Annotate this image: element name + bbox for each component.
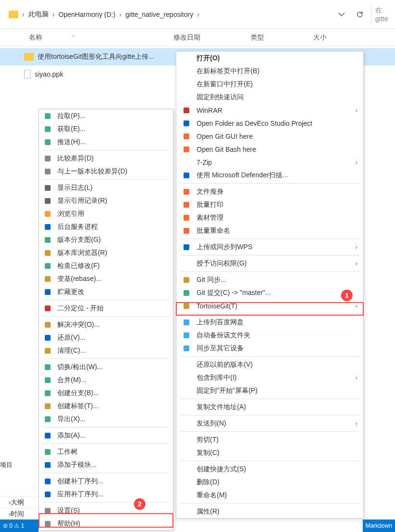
- menu-item[interactable]: 创建分支(B)...: [39, 386, 173, 399]
- menu-item[interactable]: 应用补丁序列...: [39, 488, 173, 501]
- menu-item[interactable]: 显示日志(L): [39, 181, 173, 194]
- svg-rect-4: [184, 173, 189, 178]
- menu-item[interactable]: 检查已修改(F): [39, 259, 173, 272]
- menu-item[interactable]: 版本分支图(G): [39, 233, 173, 246]
- menu-item[interactable]: 复制文件地址(A): [176, 400, 363, 413]
- menu-item[interactable]: Git 提交(C) -> "master"...: [176, 286, 363, 299]
- submodule-icon: [43, 460, 53, 470]
- chevron-right-icon: ›: [356, 107, 357, 114]
- menu-item[interactable]: 授予访问权限(G)›: [176, 257, 363, 270]
- menu-item[interactable]: 清理(C)...: [39, 344, 173, 357]
- menu-item[interactable]: 切换/检出(W)...: [39, 360, 173, 373]
- menu-item[interactable]: 批量打印: [176, 198, 363, 211]
- menu-item[interactable]: Open Git Bash here: [176, 143, 363, 156]
- chevron-right-icon: ›: [356, 244, 357, 251]
- menu-item[interactable]: 比较差异(D): [39, 152, 173, 165]
- menu-item[interactable]: 固定到快速访问: [176, 91, 363, 104]
- menu-item[interactable]: 添加子模块...: [39, 458, 173, 471]
- menu-item[interactable]: 复制(C): [176, 446, 363, 459]
- menu-item[interactable]: 文件瘦身: [176, 185, 363, 198]
- menu-item[interactable]: 与上一版本比较差异(D): [39, 165, 173, 178]
- menu-item[interactable]: 浏览引用: [39, 207, 173, 220]
- commit-icon: [181, 288, 192, 298]
- refresh-button[interactable]: [354, 8, 366, 21]
- status-bar[interactable]: ⊘ 0 ⚠ 1: [0, 519, 39, 532]
- menu-item[interactable]: Open Folder as DevEco Studio Project: [176, 117, 363, 130]
- menu-item[interactable]: 重命名(M): [176, 489, 363, 502]
- menu-item[interactable]: 属性(R): [176, 505, 363, 518]
- breadcrumb-part[interactable]: OpenHarmony (D:): [58, 11, 115, 18]
- menu-item[interactable]: 变基(rebase)...: [39, 272, 173, 285]
- timeline-tab[interactable]: › 时间: [0, 508, 39, 519]
- header-type[interactable]: 类型: [250, 33, 313, 42]
- project-panel-label[interactable]: 项目: [0, 461, 13, 469]
- menu-item[interactable]: 还原(V)...: [39, 331, 173, 344]
- menu-item[interactable]: 获取(E)...: [39, 122, 173, 135]
- header-size[interactable]: 大小: [313, 33, 352, 42]
- menu-item[interactable]: 显示引用记录(R): [39, 194, 173, 207]
- breadcrumb[interactable]: › 此电脑 › OpenHarmony (D:) › gitte_native_…: [0, 10, 330, 19]
- menu-item[interactable]: 发送到(N)›: [176, 417, 363, 430]
- menu-item[interactable]: Git 同步...: [176, 273, 363, 286]
- menu-item[interactable]: 添加(A)...: [39, 429, 173, 442]
- menu-item[interactable]: 设置(S): [39, 504, 173, 517]
- menu-item[interactable]: 贮藏更改: [39, 285, 173, 298]
- menu-item[interactable]: 帮助(H): [39, 517, 173, 530]
- menu-item[interactable]: 7-Zip›: [176, 156, 363, 169]
- menu-item[interactable]: 同步至其它设备: [176, 342, 363, 355]
- menu-item-label: 创建分支(B)...: [57, 389, 167, 398]
- menu-item[interactable]: 二分定位 - 开始: [39, 302, 173, 315]
- menu-item[interactable]: 创建标签(T)...: [39, 399, 173, 412]
- menu-item[interactable]: 批量重命名: [176, 224, 363, 237]
- header-name[interactable]: 名称⌃: [29, 33, 173, 42]
- svg-rect-23: [45, 211, 51, 217]
- svg-rect-24: [45, 224, 51, 230]
- breadcrumb-root[interactable]: 此电脑: [28, 10, 49, 19]
- menu-item[interactable]: TortoiseGit(T)›: [176, 299, 363, 312]
- menu-item[interactable]: 还原以前的版本(V): [176, 358, 363, 371]
- menu-item[interactable]: 工作树: [39, 445, 173, 458]
- menu-item[interactable]: 合并(M)...: [39, 373, 173, 386]
- status-bar-right[interactable]: Markdown: [363, 519, 395, 532]
- menu-item[interactable]: 使用 Microsoft Defender扫描...: [176, 169, 363, 182]
- menu-item-label: 创建补丁序列...: [57, 477, 167, 486]
- chevron-right-icon: ›: [53, 11, 55, 18]
- menu-item[interactable]: 解决冲突(O)...: [39, 318, 173, 331]
- svg-rect-33: [45, 348, 51, 354]
- svg-rect-16: [45, 113, 51, 119]
- blank-icon: [181, 465, 192, 474]
- menu-item[interactable]: 上传或同步到WPS›: [176, 240, 363, 253]
- menu-item[interactable]: 素材管理: [176, 211, 363, 224]
- menu-item[interactable]: 创建快捷方式(S): [176, 463, 363, 476]
- svg-rect-21: [45, 185, 51, 191]
- header-date[interactable]: 修改日期: [173, 33, 250, 42]
- search-input[interactable]: 在 gitte: [371, 5, 395, 24]
- menu-item[interactable]: 在新窗口中打开(E): [176, 78, 363, 91]
- menu-item[interactable]: 上传到百度网盘: [176, 316, 363, 329]
- menu-item[interactable]: 导出(X)...: [39, 412, 173, 426]
- menu-item[interactable]: 删除(D): [176, 476, 363, 489]
- menu-item[interactable]: 创建补丁序列...: [39, 475, 173, 488]
- outline-tab[interactable]: › 大纲: [0, 496, 39, 508]
- menu-item[interactable]: 版本库浏览器(R): [39, 246, 173, 259]
- menu-item[interactable]: 自动备份该文件夹: [176, 329, 363, 342]
- menu-item[interactable]: 包含到库中(I)›: [176, 371, 363, 384]
- menu-item[interactable]: 推送(H)...: [39, 135, 173, 148]
- menu-item[interactable]: 打开(O): [176, 52, 363, 65]
- shield-icon: [181, 171, 192, 180]
- menu-item[interactable]: Open Git GUI here: [176, 130, 363, 143]
- folder-icon: [9, 11, 18, 18]
- menu-item-label: 授予访问权限(G): [197, 259, 356, 268]
- menu-separator: [43, 150, 169, 150]
- menu-item-label: 包含到库中(I): [197, 373, 356, 382]
- history-dropdown[interactable]: [335, 8, 348, 21]
- menu-item[interactable]: 拉取(P)...: [39, 109, 173, 122]
- svg-rect-5: [184, 189, 189, 195]
- menu-item[interactable]: 在新标签页中打开(B): [176, 65, 363, 78]
- svg-rect-35: [45, 377, 51, 383]
- breadcrumb-part[interactable]: gitte_native_repository: [125, 11, 193, 18]
- menu-item[interactable]: 固定到"开始"屏幕(P): [176, 384, 363, 397]
- menu-item[interactable]: 剪切(T): [176, 433, 363, 446]
- menu-item[interactable]: WinRAR›: [176, 104, 363, 117]
- menu-item[interactable]: 后台服务进程: [39, 220, 173, 233]
